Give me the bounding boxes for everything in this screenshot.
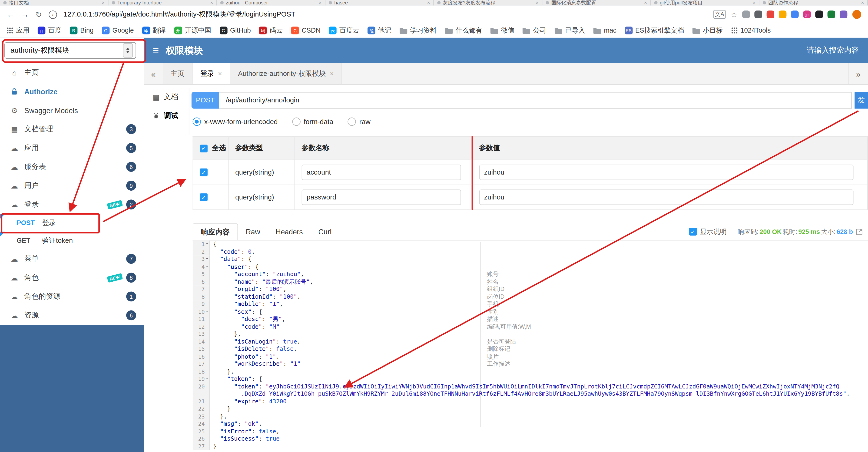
doc-tab-authorize[interactable]: Authorize-authority-权限模块×	[230, 63, 342, 84]
param-name-input[interactable]	[302, 190, 461, 205]
fullscreen-icon[interactable]	[856, 229, 862, 235]
bookmark-item[interactable]: 小目标	[692, 26, 723, 35]
doc-tab-home[interactable]: 主页	[163, 63, 193, 84]
response-tab-curl[interactable]: Curl	[311, 224, 339, 240]
radio-icon[interactable]	[348, 117, 356, 126]
bookmark-item[interactable]: 什么都有	[445, 26, 482, 35]
tab-close-icon[interactable]: ×	[330, 70, 334, 78]
sidebar-item-role[interactable]: ☁角色NEW8	[0, 268, 144, 287]
extension-icon[interactable]: jp	[803, 10, 811, 18]
response-tab-headers[interactable]: Headers	[268, 224, 311, 240]
sidebar-item-home[interactable]: ⌂主页	[0, 63, 144, 82]
bookmark-item[interactable]: GGoogle	[102, 27, 134, 34]
extension-icon[interactable]	[779, 10, 786, 18]
extension-icon[interactable]	[754, 10, 762, 18]
extension-icon[interactable]	[791, 10, 799, 18]
site-info-icon[interactable]: i	[49, 10, 57, 19]
param-name-input[interactable]	[302, 165, 461, 180]
select-all-checkbox[interactable]: ✓	[200, 144, 208, 152]
bookmark-star-icon[interactable]: ☆	[731, 10, 737, 19]
bookmark-item[interactable]: BBing	[70, 27, 93, 34]
sidebar-item-menu[interactable]: ☁菜单7	[0, 249, 144, 268]
tab-close-icon[interactable]: ×	[218, 70, 222, 78]
sidebar-item-service-table[interactable]: ☁服务表6	[0, 157, 144, 176]
bookmark-item[interactable]: GGitHub	[220, 27, 251, 34]
content-type-option[interactable]: x-www-form-urlencoded	[193, 117, 278, 126]
extension-icon[interactable]	[815, 10, 823, 18]
bookmark-item[interactable]: 微信	[491, 26, 514, 35]
fold-toggle-icon[interactable]: ▾	[205, 375, 209, 383]
radio-icon[interactable]	[292, 117, 300, 126]
row-checkbox[interactable]: ✓	[200, 194, 208, 201]
sidebar-endpoint-login-post[interactable]: POST登录	[0, 214, 144, 232]
tabs-scroll-right-icon[interactable]: »	[848, 63, 868, 84]
tabs-scroll-left-icon[interactable]: «	[144, 63, 163, 84]
fold-toggle-icon[interactable]: ▾	[205, 263, 209, 271]
bookmark-item[interactable]: CCSDN	[291, 27, 320, 34]
forward-icon[interactable]: →	[21, 10, 29, 19]
bookmark-item[interactable]: 笔笔记	[368, 26, 391, 35]
fold-toggle-icon[interactable]: ▾	[205, 308, 209, 315]
url-text[interactable]: 127.0.0.1:8760/api/gate/doc.html#/author…	[63, 10, 707, 19]
bookmark-item[interactable]: 云百度云	[329, 26, 360, 35]
row-checkbox[interactable]: ✓	[200, 169, 208, 176]
doc-tab-login[interactable]: 登录×	[193, 63, 230, 84]
back-icon[interactable]: ←	[7, 10, 14, 19]
fold-toggle-icon[interactable]: ▾	[205, 256, 209, 263]
browser-tab[interactable]: 团队协作流程×	[760, 0, 868, 6]
radio-icon[interactable]	[193, 117, 201, 126]
translate-icon[interactable]: 文A	[713, 10, 726, 19]
reload-icon[interactable]: ↻	[35, 10, 42, 19]
browser-tab[interactable]: zuihou - Composer×	[217, 0, 326, 6]
content-type-option[interactable]: form-data	[292, 117, 333, 126]
tab-document[interactable]: ▤文档	[152, 92, 189, 102]
browser-tab[interactable]: Temporary Interface×	[108, 0, 217, 6]
browser-tab[interactable]: 灰度发布?灰度发布流程×	[434, 0, 542, 6]
browser-tab[interactable]: 国际化消息参数配置×	[542, 0, 651, 6]
tab-close-icon[interactable]: ×	[101, 0, 104, 6]
sidebar-item-user[interactable]: ☁用户9	[0, 176, 144, 195]
bookmark-item[interactable]: ESES搜索引擎文档	[625, 26, 684, 35]
bookmark-item[interactable]: 应用	[7, 26, 30, 35]
param-value-input[interactable]	[479, 165, 854, 180]
tab-close-icon[interactable]: ×	[535, 0, 538, 6]
bookmark-item[interactable]: 已导入	[555, 26, 585, 35]
sidebar-endpoint-verify-token-get[interactable]: GET验证token	[0, 232, 144, 249]
bookmark-item[interactable]: 码码云	[259, 26, 283, 35]
api-group-select[interactable]: authority-权限模块	[4, 42, 136, 59]
bookmark-item[interactable]: 公司	[523, 26, 546, 35]
show-description-checkbox[interactable]: ✓	[689, 228, 697, 235]
bookmark-item[interactable]: 百百度	[38, 26, 61, 35]
response-tab-raw[interactable]: Raw	[238, 224, 268, 240]
browser-tab[interactable]: hasee×	[326, 0, 434, 6]
request-url-field[interactable]: /api/authority/anno/login	[219, 92, 852, 109]
response-tab-body[interactable]: 响应内容	[193, 223, 238, 241]
sidebar-item-login[interactable]: ☁登录NEW2	[0, 195, 144, 214]
bookmark-item[interactable]: 学习资料	[400, 26, 437, 35]
profile-avatar[interactable]	[852, 10, 861, 19]
tab-debug[interactable]: 调试	[152, 111, 189, 121]
sidebar-item-resource[interactable]: ☁资源6	[0, 306, 144, 325]
tab-close-icon[interactable]: ×	[427, 0, 430, 6]
fold-toggle-icon[interactable]: ▾	[205, 241, 209, 248]
bookmark-item[interactable]: 1024Tools	[731, 27, 771, 34]
sidebar-item-application[interactable]: ☁应用5	[0, 139, 144, 157]
extension-icon[interactable]	[742, 10, 750, 18]
extension-icon[interactable]	[767, 10, 774, 18]
sidebar-item-swagger-models[interactable]: ⚙Swagger Models	[0, 101, 144, 120]
menu-toggle-icon[interactable]: ≡	[153, 44, 159, 56]
tab-close-icon[interactable]: ×	[210, 0, 213, 6]
browser-tab[interactable]: git使用pull发布项目×	[651, 0, 760, 6]
sidebar-item-authorize[interactable]: Authorize	[0, 82, 144, 101]
sidebar-item-role-resource[interactable]: ☁角色的资源1	[0, 287, 144, 306]
extension-icon[interactable]	[840, 10, 847, 18]
tab-close-icon[interactable]: ×	[319, 0, 322, 6]
content-type-option[interactable]: raw	[348, 117, 371, 126]
tab-close-icon[interactable]: ×	[753, 0, 756, 6]
header-search[interactable]: 请输入搜索内容	[807, 46, 859, 55]
sidebar-item-doc-management[interactable]: ▤文档管理3	[0, 120, 144, 139]
bookmark-item[interactable]: mac	[593, 27, 617, 34]
send-button[interactable]: 发	[855, 92, 868, 109]
extension-icon[interactable]	[828, 10, 835, 18]
bookmark-item[interactable]: 译翻译	[142, 26, 166, 35]
